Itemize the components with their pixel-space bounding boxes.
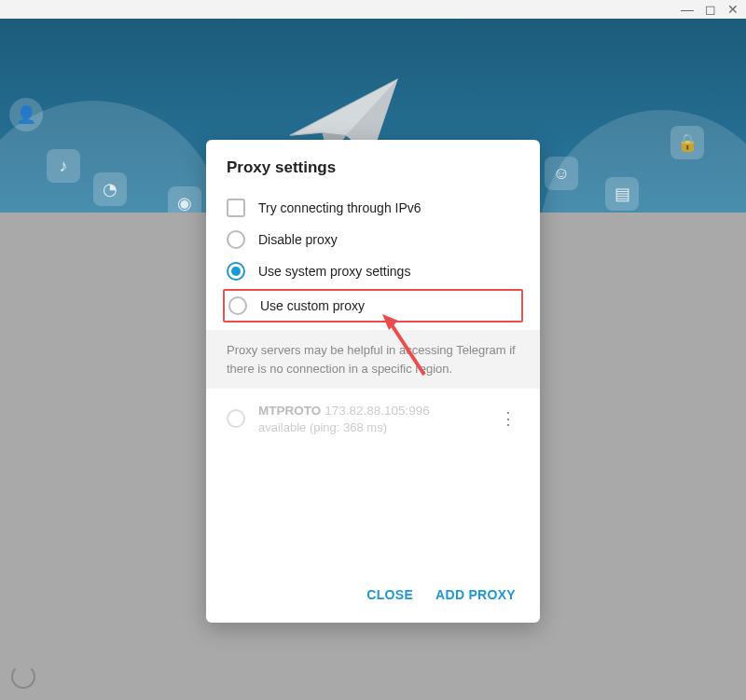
headphones-icon: ◔ (93, 172, 127, 206)
radio-icon (227, 409, 245, 428)
option-label: Disable proxy (258, 232, 338, 247)
document-icon: ▤ (605, 177, 639, 211)
kebab-menu-icon[interactable]: ⋮ (496, 408, 519, 429)
camera-icon: ◉ (168, 186, 201, 213)
person-icon: 👤 (9, 98, 43, 131)
dialog-title: Proxy settings (206, 140, 540, 192)
window-titlebar: — ◻ ✕ (0, 0, 746, 19)
lock-icon: 🔒 (670, 126, 704, 159)
system-proxy-option[interactable]: Use system proxy settings (206, 255, 540, 287)
loading-spinner-icon (11, 665, 35, 689)
proxy-address: 173.82.88.105:996 (325, 404, 430, 418)
photo-icon: ☺ (545, 157, 578, 190)
option-label: Use system proxy settings (258, 264, 410, 279)
disable-proxy-option[interactable]: Disable proxy (206, 224, 540, 255)
proxy-entry[interactable]: MTPROTO173.82.88.105:996 available (ping… (206, 389, 540, 447)
close-button[interactable]: CLOSE (366, 587, 413, 602)
radio-icon (227, 230, 245, 249)
proxy-info: MTPROTO173.82.88.105:996 available (ping… (258, 402, 483, 434)
checkbox-icon (227, 199, 245, 217)
custom-proxy-option[interactable]: Use custom proxy (225, 291, 521, 321)
maximize-button[interactable]: ◻ (705, 3, 716, 16)
proxy-protocol: MTPROTO (258, 404, 321, 418)
minimize-button[interactable]: — (681, 3, 694, 16)
radio-icon (228, 296, 247, 315)
option-label: Try connecting through IPv6 (258, 200, 421, 215)
proxy-settings-dialog: Proxy settings Try connecting through IP… (206, 140, 540, 623)
music-icon: ♪ (47, 149, 80, 183)
ipv6-option[interactable]: Try connecting through IPv6 (206, 192, 540, 224)
proxy-status: available (ping: 368 ms) (258, 420, 483, 434)
close-window-button[interactable]: ✕ (727, 3, 739, 16)
option-label: Use custom proxy (260, 298, 365, 313)
info-text: Proxy servers may be helpful in accessin… (206, 330, 540, 389)
dialog-footer: CLOSE ADD PROXY (206, 447, 540, 623)
add-proxy-button[interactable]: ADD PROXY (435, 587, 516, 602)
annotation-highlight: Use custom proxy (223, 289, 523, 323)
radio-selected-icon (227, 262, 245, 281)
